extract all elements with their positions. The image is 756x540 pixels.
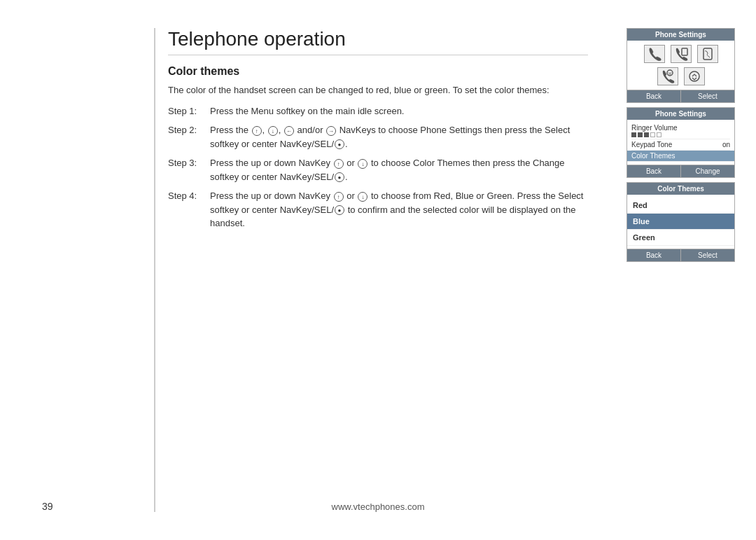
phone-screen-1: Phone Settings M Back Select bbox=[626, 28, 735, 103]
step-item-4: Step 4: Press the up or down NavKey ↑ or… bbox=[168, 189, 588, 230]
footer-url: www.vtechphones.com bbox=[332, 501, 425, 512]
phone-screen-1-back-button[interactable]: Back bbox=[627, 90, 681, 102]
ringer-volume-item: Ringer Volume bbox=[631, 123, 730, 139]
phone-screen-2-header: Phone Settings bbox=[627, 108, 734, 120]
phone-icon-handset-2 bbox=[671, 45, 692, 63]
step-label-1: Step 1: bbox=[168, 104, 210, 118]
ringer-volume-label: Ringer Volume bbox=[631, 124, 730, 132]
step-text-1: Press the Menu softkey on the main idle … bbox=[210, 104, 588, 118]
nav-down-icon: ↓ bbox=[268, 126, 278, 136]
nav-up-icon: ↑ bbox=[252, 126, 262, 136]
settings-list: Ringer Volume Keypad Tone on Color Theme… bbox=[627, 120, 734, 165]
volume-dots bbox=[631, 132, 730, 137]
vol-dot-1 bbox=[631, 132, 636, 137]
nav-right-icon: → bbox=[326, 126, 336, 136]
nav-down-icon-2: ↓ bbox=[358, 159, 368, 169]
phone-screen-1-header: Phone Settings bbox=[627, 29, 734, 41]
color-themes-label: Color Themes bbox=[631, 152, 676, 160]
phone-screen-3-back-button[interactable]: Back bbox=[627, 249, 681, 261]
intro-text: The color of the handset screen can be c… bbox=[168, 83, 588, 97]
phone-screen-2: Phone Settings Ringer Volume Keypad Tone… bbox=[626, 107, 735, 178]
nav-up-icon-2: ↑ bbox=[334, 159, 344, 169]
phone-screen-2-footer: Back Change bbox=[627, 165, 734, 177]
page-number: 39 bbox=[42, 501, 53, 512]
vol-dot-3 bbox=[644, 132, 649, 137]
phone-screen-3-select-button[interactable]: Select bbox=[681, 249, 734, 261]
color-themes-list: Red Blue Green bbox=[627, 195, 734, 249]
phone-icons-row-1 bbox=[627, 41, 734, 67]
phone-icons-row-2: M bbox=[627, 67, 734, 90]
phone-screen-3-footer: Back Select bbox=[627, 249, 734, 261]
svg-text:M: M bbox=[668, 71, 671, 76]
step-text-3: Press the up or down NavKey ↑ or ↓ to ch… bbox=[210, 156, 588, 184]
main-content: Telephone operation Color themes The col… bbox=[168, 28, 588, 236]
phone-screen-3-header: Color Themes bbox=[627, 183, 734, 195]
keypad-tone-label: Keypad Tone bbox=[631, 141, 672, 148]
step-text-2: Press the ↑, ↓, ← and/or → NavKeys to ch… bbox=[210, 123, 588, 151]
vol-dot-4 bbox=[650, 132, 655, 137]
keypad-tone-item: Keypad Tone on bbox=[631, 139, 730, 151]
phone-screen-1-footer: Back Select bbox=[627, 90, 734, 102]
step-item-3: Step 3: Press the up or down NavKey ↑ or… bbox=[168, 156, 588, 184]
phone-icon-handset-3 bbox=[697, 45, 718, 63]
footer-url-text: www.vtechphones.com bbox=[332, 501, 425, 512]
color-themes-item: Color Themes bbox=[627, 151, 734, 162]
section-title: Color themes bbox=[168, 65, 588, 78]
phone-screen-3: Color Themes Red Blue Green Back Select bbox=[626, 182, 735, 262]
left-border bbox=[154, 28, 155, 512]
phone-screen-2-change-button[interactable]: Change bbox=[681, 165, 734, 177]
right-panel: Phone Settings M Back Select bbox=[626, 28, 735, 266]
page-title: Telephone operation bbox=[168, 28, 588, 55]
sel-icon-2: ● bbox=[335, 172, 344, 182]
vol-dot-5 bbox=[657, 132, 662, 137]
step-item-1: Step 1: Press the Menu softkey on the ma… bbox=[168, 104, 588, 118]
nav-up-icon-3: ↑ bbox=[334, 192, 344, 202]
phone-screen-2-back-button[interactable]: Back bbox=[627, 165, 681, 177]
svg-rect-0 bbox=[682, 48, 687, 55]
vol-dot-2 bbox=[638, 132, 643, 137]
phone-screen-1-select-button[interactable]: Select bbox=[681, 90, 734, 102]
page-number-text: 39 bbox=[42, 501, 53, 512]
phone-icon-handset bbox=[644, 45, 665, 63]
phone-icon-handset-4: M bbox=[657, 67, 678, 85]
step-label-2: Step 2: bbox=[168, 123, 210, 151]
keypad-tone-value: on bbox=[722, 141, 730, 148]
step-item-2: Step 2: Press the ↑, ↓, ← and/or → NavKe… bbox=[168, 123, 588, 151]
keypad-tone-row: Keypad Tone on bbox=[631, 141, 730, 148]
step-label-4: Step 4: bbox=[168, 189, 210, 230]
sel-icon-3: ● bbox=[335, 205, 344, 215]
color-theme-red[interactable]: Red bbox=[627, 198, 734, 214]
sel-icon: ● bbox=[335, 139, 344, 149]
color-theme-green[interactable]: Green bbox=[627, 230, 734, 246]
phone-icon-handset-5 bbox=[684, 67, 705, 85]
step-text-4: Press the up or down NavKey ↑ or ↓ to ch… bbox=[210, 189, 588, 230]
step-label-3: Step 3: bbox=[168, 156, 210, 184]
nav-down-icon-3: ↓ bbox=[358, 192, 368, 202]
color-theme-blue[interactable]: Blue bbox=[627, 214, 734, 230]
step-list: Step 1: Press the Menu softkey on the ma… bbox=[168, 104, 588, 230]
nav-left-icon: ← bbox=[284, 126, 294, 136]
